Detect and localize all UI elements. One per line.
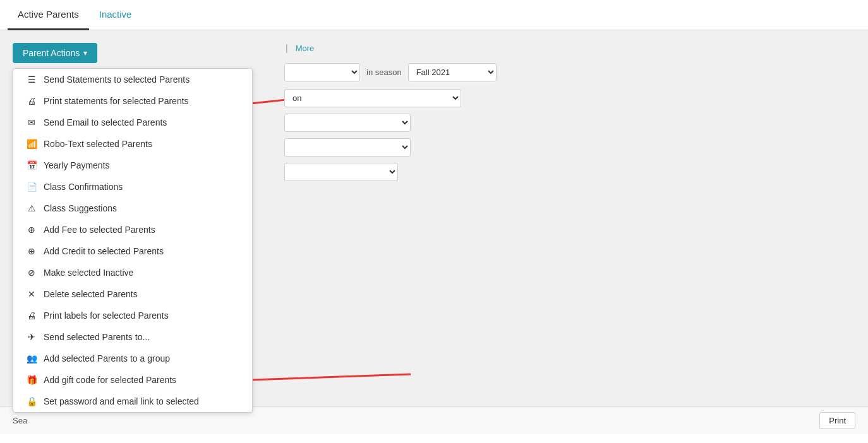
dropdown-label-set-password: Set password and email link to selected [44,396,199,406]
search-label: Sea [13,416,27,425]
parent-actions-label: Parent Actions [23,48,80,58]
add-gift-code-icon: 🎁 [26,375,37,385]
pipe-separator: | [286,43,288,53]
dropdown-item-print-statements[interactable]: 🖨 Print statements for selected Parents [13,90,252,112]
dropdown-item-delete-parents[interactable]: ✕ Delete selected Parents [13,283,252,305]
dropdown-label-add-fee: Add Fee to selected Parents [44,225,155,235]
dropdown-label-send-statements: Send Statements to selected Parents [44,74,190,85]
tab-bar: Active Parents Inactive [0,0,868,30]
dropdown-item-make-inactive[interactable]: ⊘ Make selected Inactive [13,262,252,283]
season-filter-row: in season Fall 2021 Spring 2022 Summer 2… [284,63,855,81]
send-email-icon: ✉ [26,117,37,127]
set-password-icon: 🔒 [26,396,37,406]
season-select[interactable]: Fall 2021 Spring 2022 Summer 2022 [408,63,497,81]
dropdown-label-add-credit: Add Credit to selected Parents [44,246,164,256]
dropdown-item-send-email[interactable]: ✉ Send Email to selected Parents [13,112,252,133]
dropdown-arrow-icon: ▾ [83,49,87,57]
add-to-group-icon: 👥 [26,353,37,363]
class-select[interactable] [284,63,360,81]
send-statements-icon: ☰ [26,74,37,85]
dropdown-item-send-to[interactable]: ✈ Send selected Parents to... [13,326,252,348]
dropdown-item-add-credit[interactable]: ⊕ Add Credit to selected Parents [13,240,252,262]
dropdown-item-add-gift-code[interactable]: 🎁 Add gift code for selected Parents [13,369,252,391]
dropdown-label-add-to-group: Add selected Parents to a group [44,353,170,363]
dropdown-item-add-fee[interactable]: ⊕ Add Fee to selected Parents [13,219,252,240]
print-labels-icon: 🖨 [26,310,37,321]
yearly-payments-icon: 📅 [26,160,37,170]
filter-row-2: on [284,89,855,107]
filter-select-4[interactable] [284,138,411,157]
dropdown-label-class-confirmations: Class Confirmations [44,182,123,192]
filter-select-2[interactable]: on [284,89,461,107]
make-inactive-icon: ⊘ [26,268,37,278]
robo-text-icon: 📶 [26,139,37,149]
dropdown-item-class-suggestions[interactable]: ⚠ Class Suggestions [13,198,252,219]
dropdown-item-print-labels[interactable]: 🖨 Print labels for selected Parents [13,305,252,326]
dropdown-label-add-gift-code: Add gift code for selected Parents [44,375,176,385]
dropdown-label-print-labels: Print labels for selected Parents [44,310,169,321]
dropdown-label-robo-text: Robo-Text selected Parents [44,139,152,149]
class-suggestions-icon: ⚠ [26,203,37,213]
add-credit-icon: ⊕ [26,246,37,256]
delete-parents-icon: ✕ [26,289,37,299]
svg-line-3 [234,374,411,381]
filter-area: | More in season Fall 2021 Spring 2022 S… [284,43,855,187]
add-fee-icon: ⊕ [26,225,37,235]
tab-inactive[interactable]: Inactive [89,0,142,30]
dropdown-item-robo-text[interactable]: 📶 Robo-Text selected Parents [13,133,252,155]
filter-row-3 [284,114,855,132]
parent-actions-button[interactable]: Parent Actions ▾ [13,43,97,63]
dropdown-label-class-suggestions: Class Suggestions [44,203,117,213]
dropdown-label-send-email: Send Email to selected Parents [44,117,167,127]
filter-more-row: | More [284,43,855,53]
parent-actions-dropdown: ☰ Send Statements to selected Parents 🖨 … [13,68,253,413]
send-to-icon: ✈ [26,332,37,342]
dropdown-label-yearly-payments: Yearly Payments [44,160,110,170]
class-confirmations-icon: 📄 [26,182,37,192]
filter-select-3[interactable] [284,114,411,132]
filter-select-5[interactable] [284,163,398,181]
dropdown-item-send-statements[interactable]: ☰ Send Statements to selected Parents [13,69,252,90]
dropdown-item-class-confirmations[interactable]: 📄 Class Confirmations [13,176,252,198]
main-content: Parent Actions ▾ ☰ Send Statements to se… [0,30,868,434]
dropdown-item-add-to-group[interactable]: 👥 Add selected Parents to a group [13,348,252,369]
dropdown-label-delete-parents: Delete selected Parents [44,289,138,299]
more-link[interactable]: More [296,44,315,53]
tab-active-parents[interactable]: Active Parents [8,0,89,30]
filter-row-5 [284,163,855,181]
dropdown-item-set-password[interactable]: 🔒 Set password and email link to selecte… [13,391,252,412]
print-button[interactable]: Print [819,412,855,429]
dropdown-item-yearly-payments[interactable]: 📅 Yearly Payments [13,155,252,176]
dropdown-label-send-to: Send selected Parents to... [44,332,150,342]
season-label: in season [366,68,402,77]
dropdown-label-make-inactive: Make selected Inactive [44,268,133,278]
print-statements-icon: 🖨 [26,96,37,106]
dropdown-label-print-statements: Print statements for selected Parents [44,96,189,106]
filter-row-4 [284,138,855,157]
